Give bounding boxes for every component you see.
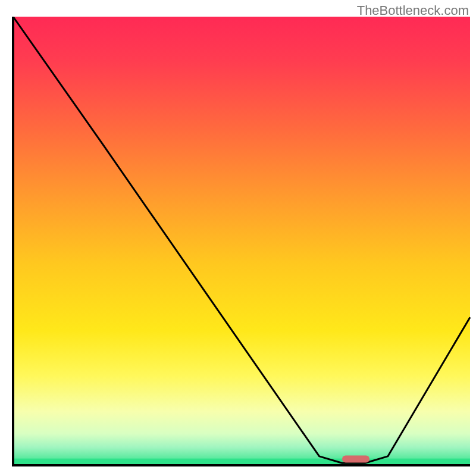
chart-container (12, 17, 471, 469)
chart-background (13, 17, 470, 465)
optimal-marker (342, 455, 369, 462)
bottleneck-chart (12, 17, 471, 469)
watermark-text: TheBottleneck.com (357, 3, 469, 18)
